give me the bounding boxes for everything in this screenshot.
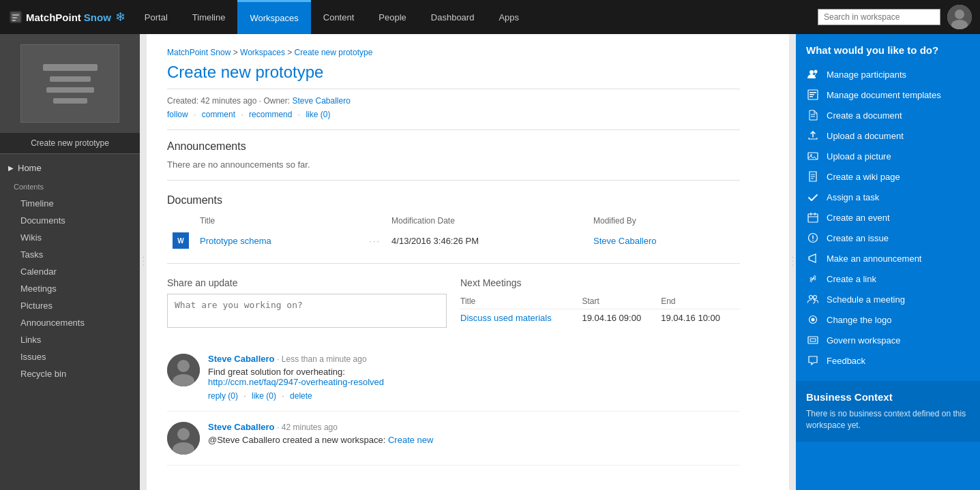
- right-action-create-event[interactable]: Create an event: [806, 207, 970, 228]
- action-comment[interactable]: comment: [202, 110, 235, 119]
- nav-item-people[interactable]: People: [366, 0, 418, 34]
- breadcrumb-section[interactable]: Workspaces: [240, 48, 285, 57]
- nav-item-timeline[interactable]: Timeline: [180, 0, 238, 34]
- feed-link-1[interactable]: http://ccm.net/faq/2947-overheating-reso…: [208, 377, 384, 387]
- svg-point-36: [814, 296, 817, 299]
- main-layout: Create new prototype ▶ Home Contents Tim…: [0, 34, 980, 490]
- nav-item-workspaces[interactable]: Workspaces: [237, 0, 310, 34]
- avatar-image: [947, 5, 972, 29]
- doc-more-icon[interactable]: ···: [369, 236, 381, 246]
- sidebar-item-home[interactable]: ▶ Home: [0, 157, 140, 179]
- right-action-make-announcement[interactable]: Make an announcement: [806, 248, 970, 269]
- right-action-create-link[interactable]: Create a link: [806, 269, 970, 289]
- create-issue-icon: [806, 231, 820, 245]
- feed-reply-1[interactable]: reply (0): [208, 391, 238, 401]
- feed-author-2[interactable]: Steve Caballero: [208, 422, 275, 432]
- meetings-col-title: Title: [460, 294, 582, 309]
- meta-owner-link[interactable]: Steve Caballero: [292, 96, 350, 106]
- business-context-title: Business Context: [806, 391, 970, 403]
- right-actions-section: What would you like to do? Manage partic…: [796, 34, 980, 381]
- sidebar-item-pictures[interactable]: Pictures: [0, 297, 140, 314]
- right-action-label-upload-document: Upload a document: [827, 131, 904, 141]
- feed-author-1[interactable]: Steve Caballero: [208, 354, 275, 364]
- table-row: Discuss used materials 19.04.16 09:00 19…: [460, 309, 740, 327]
- announcements-empty: There are no announcements so far.: [167, 159, 740, 170]
- right-action-assign-task[interactable]: Assign a task: [806, 187, 970, 207]
- meeting-title-link[interactable]: Discuss used materials: [460, 313, 552, 323]
- nav-item-dashboard[interactable]: Dashboard: [419, 0, 487, 34]
- nav-item-portal[interactable]: Portal: [132, 0, 180, 34]
- doc-row-mod-date: 4/13/2016 3:46:26 PM: [386, 228, 588, 253]
- next-meetings-section: Next Meetings Title Start End: [460, 277, 740, 330]
- create-link-icon: [806, 272, 820, 286]
- manage-templates-icon: [806, 88, 820, 102]
- svg-point-33: [812, 240, 814, 241]
- feed-delete-1[interactable]: delete: [290, 391, 312, 401]
- feed-user-avatar-1-svg: [167, 354, 200, 386]
- doc-modified-by-link[interactable]: Steve Caballero: [593, 236, 657, 246]
- doc-title-link[interactable]: Prototype schema: [200, 236, 271, 246]
- right-action-change-logo[interactable]: Change the logo: [806, 309, 970, 330]
- nav-item-content[interactable]: Content: [311, 0, 367, 34]
- nav-item-apps[interactable]: Apps: [486, 0, 531, 34]
- right-action-label-manage-participants: Manage participants: [827, 70, 906, 80]
- snowflake-icon: ❄: [115, 10, 125, 25]
- action-follow[interactable]: follow: [167, 110, 188, 119]
- right-action-label-manage-templates: Manage document templates: [827, 90, 941, 100]
- feed-like-1[interactable]: like (0): [252, 391, 276, 401]
- action-recommend[interactable]: recommend: [249, 110, 292, 119]
- avatar[interactable]: [947, 5, 972, 29]
- breadcrumb-root[interactable]: MatchPoint Snow: [167, 48, 231, 57]
- share-update-input[interactable]: [167, 294, 447, 328]
- meetings-table: Title Start End Discuss used materials 1…: [460, 294, 740, 326]
- brand-logo-area[interactable]: MatchPoint Snow ❄: [8, 10, 125, 25]
- right-action-manage-templates[interactable]: Manage document templates: [806, 85, 970, 105]
- sidebar-item-announcements[interactable]: Announcements: [0, 314, 140, 331]
- user-avatar-svg: [947, 5, 972, 29]
- sidebar-item-wikis[interactable]: Wikis: [0, 229, 140, 246]
- feed-actions-1: reply (0) · like (0) · delete: [208, 391, 740, 401]
- right-action-create-wiki[interactable]: Create a wiki page: [806, 166, 970, 187]
- sidebar-item-tasks[interactable]: Tasks: [0, 246, 140, 263]
- doc-col-mod-date: Modification Date: [386, 213, 588, 228]
- right-action-upload-picture[interactable]: Upload a picture: [806, 146, 970, 166]
- sidebar-item-calendar[interactable]: Calendar: [0, 263, 140, 280]
- search-input[interactable]: [818, 9, 940, 25]
- right-action-upload-document[interactable]: Upload a document: [806, 125, 970, 146]
- right-action-label-govern-workspace: Govern workspace: [827, 335, 900, 346]
- right-action-feedback[interactable]: Feedback: [806, 350, 970, 371]
- right-panel-collapse-handle[interactable]: ···: [789, 34, 796, 490]
- doc-row-title[interactable]: Prototype schema: [194, 228, 363, 253]
- right-action-label-feedback: Feedback: [827, 356, 865, 366]
- doc-row-mod-by[interactable]: Steve Caballero: [588, 228, 740, 253]
- right-action-govern-workspace[interactable]: Govern workspace: [806, 330, 970, 350]
- sidebar-item-issues[interactable]: Issues: [0, 348, 140, 365]
- right-action-schedule-meeting[interactable]: Schedule a meeting: [806, 289, 970, 309]
- page-title: Create new prototype: [167, 63, 740, 89]
- sidebar-item-documents[interactable]: Documents: [0, 212, 140, 229]
- doc-row-dots[interactable]: ···: [363, 228, 386, 253]
- sidebar-collapse-handle[interactable]: ···: [140, 34, 147, 490]
- right-action-create-document[interactable]: Create a document: [806, 105, 970, 125]
- right-action-create-issue[interactable]: Create an issue: [806, 228, 970, 248]
- sidebar-item-recycle-bin[interactable]: Recycle bin: [0, 365, 140, 382]
- right-action-label-create-document: Create a document: [827, 110, 902, 121]
- right-action-manage-participants[interactable]: Manage participants: [806, 64, 970, 85]
- brand-icon: [8, 10, 23, 25]
- action-like[interactable]: like (0): [306, 110, 330, 119]
- sidebar-item-timeline[interactable]: Timeline: [0, 195, 140, 212]
- svg-point-38: [812, 318, 815, 322]
- sidebar-item-meetings[interactable]: Meetings: [0, 280, 140, 297]
- feed-avatar-img-2: [167, 422, 200, 455]
- sidebar-item-links[interactable]: Links: [0, 331, 140, 348]
- breadcrumb-current[interactable]: Create new prototype: [295, 48, 373, 57]
- svg-rect-18: [810, 94, 814, 95]
- right-action-label-create-issue: Create an issue: [827, 233, 889, 243]
- sep-2: ·: [241, 110, 246, 119]
- meeting-row-title[interactable]: Discuss used materials: [460, 309, 582, 327]
- feed-link-2[interactable]: Create new: [388, 435, 433, 445]
- feed-content-2: Steve Caballero · 42 minutes ago @Steve …: [208, 422, 740, 455]
- meetings-col-end: End: [661, 294, 740, 309]
- assign-task-icon: [806, 190, 820, 204]
- logo-line-4: [53, 98, 87, 104]
